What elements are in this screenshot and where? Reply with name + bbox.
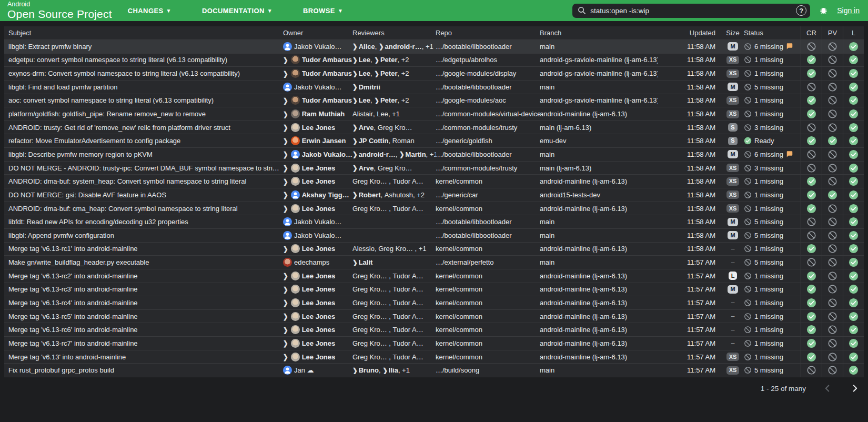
change-owner[interactable]: ❯Erwin Jansen: [283, 136, 352, 145]
column-header-pv[interactable]: PV: [822, 26, 843, 39]
table-row[interactable]: Merge tag 'v6.13-rc6' into android-mainl…: [4, 323, 864, 337]
reviewer-name[interactable]: Peter: [380, 69, 398, 77]
change-branch[interactable]: android-mainline (lj-am-6.13): [540, 245, 658, 253]
column-header-l[interactable]: L: [843, 26, 864, 39]
change-repo[interactable]: kernel/common: [436, 205, 540, 213]
avatar-person-icon[interactable]: [291, 190, 300, 199]
reviewer-name[interactable]: Greg Kro…: [352, 313, 389, 320]
search-input[interactable]: status:open -is:wip ?: [572, 4, 810, 18]
reviewer-name[interactable]: Greg Kro…: [352, 299, 389, 307]
reviewer-name[interactable]: Lee: [359, 96, 370, 104]
reviewer-name[interactable]: Greg Kro…: [352, 205, 389, 213]
change-branch[interactable]: android-mainline (lj-am-6.13): [540, 285, 658, 293]
change-branch[interactable]: android-mainline (lj-am-6.13): [540, 272, 658, 280]
change-branch[interactable]: main (lj-am-6.13): [540, 124, 658, 132]
change-subject[interactable]: Merge tag 'v6.13-rc1' into android-mainl…: [4, 245, 283, 253]
reviewer-name[interactable]: Robert: [359, 191, 381, 199]
change-subject[interactable]: Merge tag 'v6.13-rc4' into android-mainl…: [4, 299, 283, 307]
change-subject[interactable]: ANDROID: dma-buf: system_heap: Convert s…: [4, 177, 283, 185]
change-branch[interactable]: main: [540, 366, 658, 374]
reviewer-name[interactable]: Lee: [359, 69, 370, 77]
change-subject[interactable]: DO NOT MERGE - ANDROID: trusty-ipc: Conv…: [4, 164, 283, 172]
change-branch[interactable]: android-mainline (lj-am-6.13): [540, 313, 658, 320]
avatar[interactable]: [291, 285, 300, 294]
change-repo[interactable]: …/bootable/libbootloader: [436, 43, 540, 51]
change-owner[interactable]: ❯Lee Jones: [283, 285, 352, 294]
column-header-repo[interactable]: Repo: [436, 29, 540, 37]
table-row[interactable]: Make gn/write_buildflag_header.py execut…: [4, 256, 864, 269]
table-row[interactable]: platform/goldfish: goldfish_pipe: Rename…: [4, 107, 864, 121]
change-owner[interactable]: ❯Lee Jones: [283, 204, 352, 213]
reviewer-name[interactable]: android-r…: [385, 43, 422, 51]
reviewer-name[interactable]: Greg Kro…: [352, 272, 389, 280]
change-repo[interactable]: kernel/common: [436, 339, 540, 347]
change-owner[interactable]: Jan ☁: [283, 366, 352, 375]
reviewer-name[interactable]: Alessio: [352, 245, 375, 253]
change-repo[interactable]: …/common-modules/virtual-device: [436, 110, 540, 118]
change-subject[interactable]: aoc: convert symbol namespace to string …: [4, 96, 283, 104]
menu-documentation[interactable]: DOCUMENTATION▼: [202, 7, 272, 15]
reviewer-name[interactable]: Alice: [359, 43, 375, 51]
avatar-person-icon[interactable]: [283, 231, 292, 240]
change-branch[interactable]: main: [540, 43, 658, 51]
change-subject[interactable]: libgbl: Append pvmfw configuration: [4, 232, 283, 239]
change-repo[interactable]: …/generic/goldfish: [436, 137, 540, 145]
reviewer-name[interactable]: JP Cottin: [359, 137, 389, 145]
table-row[interactable]: exynos-drm: Convert symbol namespace to …: [4, 67, 864, 81]
reviewer-name[interactable]: Greg Kro…: [352, 339, 389, 347]
sign-in-link[interactable]: Sign in: [837, 6, 860, 15]
change-repo[interactable]: …/common-modules/trusty: [436, 164, 540, 172]
reviewer-name[interactable]: Alistair: [352, 110, 373, 118]
avatar-person-icon[interactable]: [283, 217, 292, 226]
reviewer-name[interactable]: Martin: [406, 150, 426, 158]
reviewer-name[interactable]: Arve: [359, 164, 374, 172]
reviewer-name[interactable]: +1: [392, 110, 400, 118]
change-repo[interactable]: …/build/soong: [436, 366, 540, 374]
change-owner[interactable]: ❯Lee Jones: [283, 177, 352, 186]
chevron-left-icon[interactable]: [822, 383, 833, 394]
reviewer-name[interactable]: Roman: [392, 137, 415, 145]
avatar[interactable]: [291, 123, 300, 132]
column-header-owner[interactable]: Owner: [283, 29, 352, 37]
change-owner[interactable]: ❯Lee Jones: [283, 123, 352, 132]
change-repo[interactable]: …/bootable/libbootloader: [436, 83, 540, 91]
table-row[interactable]: Merge tag 'v6.13-rc3' into android-mainl…: [4, 283, 864, 297]
change-branch[interactable]: android-gs-raviole-mainline (lj-am-6.13): [540, 96, 658, 104]
table-row[interactable]: ANDROID: dma-buf: cma_heap: Convert symb…: [4, 202, 864, 216]
menu-changes[interactable]: CHANGES▼: [128, 7, 171, 15]
change-branch[interactable]: main: [540, 150, 658, 158]
menu-browse[interactable]: BROWSE▼: [303, 7, 343, 15]
change-owner[interactable]: ❯Lee Jones: [283, 272, 352, 280]
table-row[interactable]: Merge tag 'v6.13-rc7' into android-mainl…: [4, 337, 864, 350]
reviewer-name[interactable]: +2: [417, 191, 425, 199]
table-row[interactable]: Merge tag 'v6.13' into android-mainline❯…: [4, 350, 864, 364]
column-header-branch[interactable]: Branch: [540, 29, 658, 37]
change-branch[interactable]: android15-tests-dev: [540, 191, 658, 199]
change-subject[interactable]: DO NOT MERGE: gsi: Disable AVF feature i…: [4, 191, 283, 199]
avatar[interactable]: [291, 353, 300, 361]
change-repo[interactable]: kernel/common: [436, 299, 540, 307]
avatar[interactable]: [291, 164, 300, 173]
change-owner[interactable]: ❯Tudor Ambarus: [283, 69, 352, 78]
avatar[interactable]: [291, 272, 300, 280]
reviewer-name[interactable]: Tudor A…: [393, 326, 423, 334]
column-header-cr[interactable]: CR: [801, 26, 822, 39]
reviewer-name[interactable]: Greg Kro…: [352, 353, 389, 361]
change-branch[interactable]: android-mainline (lj-am-6.13): [540, 177, 658, 185]
avatar[interactable]: [291, 177, 300, 186]
change-branch[interactable]: main (lj-am-6.13): [540, 164, 658, 172]
reviewer-name[interactable]: +2: [401, 69, 409, 77]
reviewer-name[interactable]: Greg Kro…: [378, 164, 412, 172]
column-header-status[interactable]: Status: [744, 29, 801, 37]
reviewer-name[interactable]: Peter: [380, 96, 398, 104]
change-subject[interactable]: Merge tag 'v6.13-rc6' into android-mainl…: [4, 326, 283, 334]
change-repo[interactable]: kernel/common: [436, 285, 540, 293]
table-row[interactable]: DO NOT MERGE: gsi: Disable AVF feature i…: [4, 188, 864, 202]
change-subject[interactable]: Merge tag 'v6.13-rc7' into android-mainl…: [4, 339, 283, 347]
change-repo[interactable]: kernel/common: [436, 272, 540, 280]
table-row[interactable]: edgetpu: convert symbol namespace to str…: [4, 54, 864, 67]
column-header-size[interactable]: Size: [722, 29, 744, 37]
change-repo[interactable]: kernel/common: [436, 353, 540, 361]
reviewer-name[interactable]: +2: [401, 96, 409, 104]
avatar[interactable]: [291, 325, 300, 334]
